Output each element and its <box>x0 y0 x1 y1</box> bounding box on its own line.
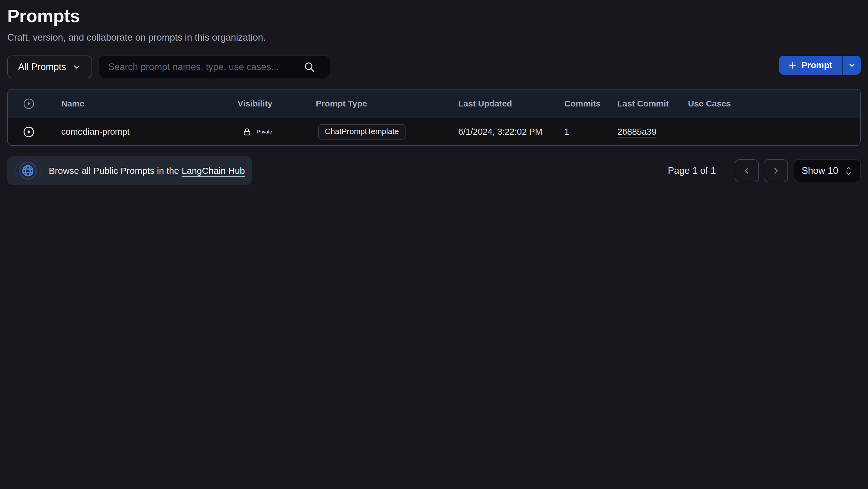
up-down-stepper-icon <box>844 166 853 176</box>
chevron-down-icon <box>72 62 81 71</box>
search-box <box>98 56 330 78</box>
column-header-last-updated: Last Updated <box>458 99 564 109</box>
lock-icon <box>243 127 252 137</box>
chevron-down-icon <box>848 61 856 69</box>
page-size-select[interactable]: Show 10 <box>794 159 861 182</box>
last-updated-cell: 6/1/2024, 3:22:02 PM <box>458 127 564 137</box>
table-header-row: Name Visibility Prompt Type Last Updated… <box>8 89 860 118</box>
last-commit-cell: 26885a39 <box>617 127 688 137</box>
column-header-last-commit: Last Commit <box>617 99 688 109</box>
page-subtitle: Craft, version, and collaborate on promp… <box>7 32 266 43</box>
langchain-hub-link[interactable]: LangChain Hub <box>182 166 245 176</box>
column-header-name: Name <box>61 99 238 109</box>
hub-banner: Browse all Public Prompts in the LangCha… <box>7 156 252 185</box>
search-icon <box>303 61 316 74</box>
new-prompt-label: Prompt <box>802 60 833 70</box>
table-row[interactable]: comedian-prompt Private ChatPromptTempla… <box>8 118 860 145</box>
chevron-left-icon <box>742 166 752 176</box>
visibility-label: Private <box>257 129 272 135</box>
prompt-name: comedian-prompt <box>61 127 238 137</box>
column-header-prompt-type: Prompt Type <box>316 99 458 109</box>
prompts-filter-label: All Prompts <box>18 62 66 73</box>
globe-icon <box>15 158 41 184</box>
new-prompt-menu-button[interactable] <box>842 56 861 75</box>
new-prompt-split-button: Prompt <box>779 56 861 75</box>
column-header-commits: Commits <box>564 99 617 109</box>
page-title: Prompts <box>7 5 80 26</box>
search-input[interactable] <box>99 62 303 73</box>
prompt-type-cell: ChatPromptTemplate <box>316 124 458 140</box>
prev-page-button[interactable] <box>735 159 759 182</box>
column-header-visibility: Visibility <box>238 99 316 109</box>
hub-banner-prefix: Browse all Public Prompts in the <box>49 166 182 176</box>
page-size-label: Show 10 <box>802 165 838 176</box>
play-circle-icon <box>23 126 35 138</box>
page-status: Page 1 of 1 <box>668 165 716 176</box>
hub-banner-text: Browse all Public Prompts in the LangCha… <box>49 166 245 176</box>
open-in-playground-button[interactable] <box>23 126 35 138</box>
new-prompt-button[interactable]: Prompt <box>779 56 842 75</box>
visibility-cell: Private <box>238 127 316 137</box>
next-page-button[interactable] <box>764 159 788 182</box>
last-commit-link[interactable]: 26885a39 <box>617 127 656 137</box>
prompt-type-badge: ChatPromptTemplate <box>318 124 405 140</box>
prompts-page: Prompts Craft, version, and collaborate … <box>0 0 868 489</box>
column-header-use-cases: Use Cases <box>688 99 860 109</box>
chevron-right-icon <box>771 166 781 176</box>
plus-icon <box>788 61 797 70</box>
prompts-table: Name Visibility Prompt Type Last Updated… <box>7 89 861 146</box>
prompts-filter-dropdown[interactable]: All Prompts <box>7 56 92 78</box>
commits-cell: 1 <box>564 127 617 137</box>
pagination: Page 1 of 1 Show 10 <box>668 156 861 185</box>
play-circle-icon <box>8 98 61 110</box>
toolbar: All Prompts Prompt <box>7 56 861 78</box>
